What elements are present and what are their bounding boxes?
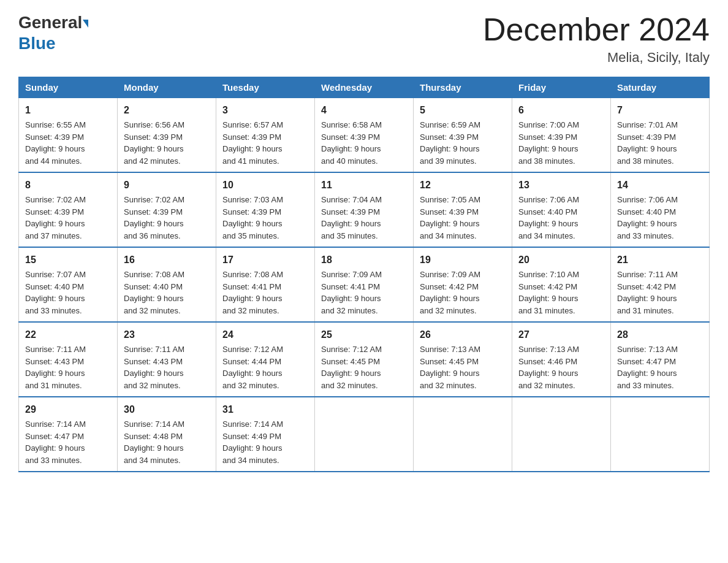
calendar-cell-w1-d2: 2 Sunrise: 6:56 AMSunset: 4:39 PMDayligh… <box>118 98 216 173</box>
day-number: 8 <box>25 178 111 193</box>
day-info: Sunrise: 7:13 AMSunset: 4:45 PMDaylight:… <box>420 345 480 390</box>
calendar-cell-w5-d5 <box>414 397 512 472</box>
day-info: Sunrise: 7:11 AMSunset: 4:43 PMDaylight:… <box>25 345 86 390</box>
day-info: Sunrise: 7:08 AMSunset: 4:41 PMDaylight:… <box>222 270 283 315</box>
day-number: 22 <box>25 327 111 342</box>
day-number: 26 <box>420 327 506 342</box>
calendar-body: 1 Sunrise: 6:55 AMSunset: 4:39 PMDayligh… <box>19 98 710 472</box>
calendar-week-3: 15 Sunrise: 7:07 AMSunset: 4:40 PMDaylig… <box>19 247 710 322</box>
day-info: Sunrise: 6:59 AMSunset: 4:39 PMDaylight:… <box>420 120 480 166</box>
day-info: Sunrise: 6:58 AMSunset: 4:39 PMDaylight:… <box>321 120 382 166</box>
calendar-cell-w1-d6: 6 Sunrise: 7:00 AMSunset: 4:39 PMDayligh… <box>512 98 611 173</box>
day-info: Sunrise: 7:12 AMSunset: 4:45 PMDaylight:… <box>321 345 382 390</box>
day-info: Sunrise: 7:07 AMSunset: 4:40 PMDaylight:… <box>25 270 86 315</box>
day-number: 18 <box>321 253 407 267</box>
day-info: Sunrise: 6:55 AMSunset: 4:39 PMDaylight:… <box>25 120 86 166</box>
calendar-cell-w3-d7: 21 Sunrise: 7:11 AMSunset: 4:42 PMDaylig… <box>611 247 710 322</box>
calendar-cell-w2-d6: 13 Sunrise: 7:06 AMSunset: 4:40 PMDaylig… <box>512 172 611 247</box>
day-number: 31 <box>222 402 308 417</box>
calendar-week-4: 22 Sunrise: 7:11 AMSunset: 4:43 PMDaylig… <box>19 322 710 397</box>
day-info: Sunrise: 7:14 AMSunset: 4:49 PMDaylight:… <box>222 419 283 465</box>
calendar-cell-w2-d3: 10 Sunrise: 7:03 AMSunset: 4:39 PMDaylig… <box>216 172 315 247</box>
day-number: 28 <box>617 327 703 342</box>
day-number: 3 <box>222 103 308 118</box>
calendar-cell-w5-d1: 29 Sunrise: 7:14 AMSunset: 4:47 PMDaylig… <box>19 397 118 472</box>
day-number: 24 <box>222 327 308 342</box>
day-number: 10 <box>222 178 308 193</box>
day-number: 17 <box>222 253 308 267</box>
col-wednesday: Wednesday <box>315 77 414 98</box>
calendar-cell-w4-d5: 26 Sunrise: 7:13 AMSunset: 4:45 PMDaylig… <box>414 322 512 397</box>
day-info: Sunrise: 7:05 AMSunset: 4:39 PMDaylight:… <box>420 195 480 240</box>
day-number: 29 <box>25 402 111 417</box>
day-info: Sunrise: 7:00 AMSunset: 4:39 PMDaylight:… <box>518 120 579 166</box>
day-info: Sunrise: 7:04 AMSunset: 4:39 PMDaylight:… <box>321 195 382 240</box>
calendar-cell-w3-d1: 15 Sunrise: 7:07 AMSunset: 4:40 PMDaylig… <box>19 247 118 322</box>
calendar-cell-w5-d3: 31 Sunrise: 7:14 AMSunset: 4:49 PMDaylig… <box>216 397 315 472</box>
day-info: Sunrise: 7:02 AMSunset: 4:39 PMDaylight:… <box>25 195 86 240</box>
day-info: Sunrise: 7:02 AMSunset: 4:39 PMDaylight:… <box>124 195 184 240</box>
calendar-cell-w4-d1: 22 Sunrise: 7:11 AMSunset: 4:43 PMDaylig… <box>19 322 118 397</box>
day-number: 1 <box>25 103 111 118</box>
day-number: 9 <box>124 178 210 193</box>
calendar-week-2: 8 Sunrise: 7:02 AMSunset: 4:39 PMDayligh… <box>19 172 710 247</box>
day-info: Sunrise: 7:14 AMSunset: 4:47 PMDaylight:… <box>25 419 86 465</box>
calendar-cell-w3-d3: 17 Sunrise: 7:08 AMSunset: 4:41 PMDaylig… <box>216 247 315 322</box>
day-number: 6 <box>518 103 604 118</box>
calendar-cell-w3-d6: 20 Sunrise: 7:10 AMSunset: 4:42 PMDaylig… <box>512 247 611 322</box>
day-number: 20 <box>518 253 604 267</box>
day-number: 5 <box>420 103 506 118</box>
day-number: 12 <box>420 178 506 193</box>
day-info: Sunrise: 7:06 AMSunset: 4:40 PMDaylight:… <box>518 195 579 240</box>
day-info: Sunrise: 7:08 AMSunset: 4:40 PMDaylight:… <box>124 270 184 315</box>
day-info: Sunrise: 7:01 AMSunset: 4:39 PMDaylight:… <box>617 120 678 166</box>
col-sunday: Sunday <box>19 77 118 98</box>
calendar-cell-w4-d3: 24 Sunrise: 7:12 AMSunset: 4:44 PMDaylig… <box>216 322 315 397</box>
day-number: 15 <box>25 253 111 267</box>
day-info: Sunrise: 7:06 AMSunset: 4:40 PMDaylight:… <box>617 195 678 240</box>
calendar-cell-w1-d4: 4 Sunrise: 6:58 AMSunset: 4:39 PMDayligh… <box>315 98 414 173</box>
day-info: Sunrise: 7:03 AMSunset: 4:39 PMDaylight:… <box>222 195 283 240</box>
day-number: 14 <box>617 178 703 193</box>
col-thursday: Thursday <box>414 77 512 98</box>
day-info: Sunrise: 7:10 AMSunset: 4:42 PMDaylight:… <box>518 270 579 315</box>
col-tuesday: Tuesday <box>216 77 315 98</box>
calendar-cell-w5-d6 <box>512 397 611 472</box>
day-number: 21 <box>617 253 703 267</box>
title-block: December 2024 Melia, Sicily, Italy <box>483 12 710 66</box>
page-title: December 2024 <box>483 12 710 47</box>
logo: General Blue <box>18 12 88 53</box>
day-number: 2 <box>124 103 210 118</box>
day-number: 11 <box>321 178 407 193</box>
day-info: Sunrise: 7:11 AMSunset: 4:42 PMDaylight:… <box>617 270 678 315</box>
calendar-cell-w5-d4 <box>315 397 414 472</box>
day-info: Sunrise: 7:14 AMSunset: 4:48 PMDaylight:… <box>124 419 184 465</box>
calendar-cell-w2-d7: 14 Sunrise: 7:06 AMSunset: 4:40 PMDaylig… <box>611 172 710 247</box>
day-number: 23 <box>124 327 210 342</box>
calendar-cell-w1-d7: 7 Sunrise: 7:01 AMSunset: 4:39 PMDayligh… <box>611 98 710 173</box>
calendar-cell-w5-d7 <box>611 397 710 472</box>
calendar-cell-w3-d4: 18 Sunrise: 7:09 AMSunset: 4:41 PMDaylig… <box>315 247 414 322</box>
day-info: Sunrise: 7:13 AMSunset: 4:47 PMDaylight:… <box>617 345 678 390</box>
calendar-cell-w3-d5: 19 Sunrise: 7:09 AMSunset: 4:42 PMDaylig… <box>414 247 512 322</box>
calendar-cell-w3-d2: 16 Sunrise: 7:08 AMSunset: 4:40 PMDaylig… <box>118 247 216 322</box>
day-number: 30 <box>124 402 210 417</box>
calendar-cell-w4-d7: 28 Sunrise: 7:13 AMSunset: 4:47 PMDaylig… <box>611 322 710 397</box>
day-info: Sunrise: 7:09 AMSunset: 4:41 PMDaylight:… <box>321 270 382 315</box>
calendar-cell-w2-d4: 11 Sunrise: 7:04 AMSunset: 4:39 PMDaylig… <box>315 172 414 247</box>
calendar-week-1: 1 Sunrise: 6:55 AMSunset: 4:39 PMDayligh… <box>19 98 710 173</box>
logo-line2: Blue <box>18 33 88 54</box>
day-info: Sunrise: 6:56 AMSunset: 4:39 PMDaylight:… <box>124 120 184 166</box>
calendar-cell-w2-d5: 12 Sunrise: 7:05 AMSunset: 4:39 PMDaylig… <box>414 172 512 247</box>
calendar-cell-w4-d4: 25 Sunrise: 7:12 AMSunset: 4:45 PMDaylig… <box>315 322 414 397</box>
col-saturday: Saturday <box>611 77 710 98</box>
calendar-week-5: 29 Sunrise: 7:14 AMSunset: 4:47 PMDaylig… <box>19 397 710 472</box>
logo-arrow-icon <box>83 20 88 28</box>
calendar-cell-w1-d1: 1 Sunrise: 6:55 AMSunset: 4:39 PMDayligh… <box>19 98 118 173</box>
page-subtitle: Melia, Sicily, Italy <box>483 50 710 66</box>
day-info: Sunrise: 7:13 AMSunset: 4:46 PMDaylight:… <box>518 345 579 390</box>
col-friday: Friday <box>512 77 611 98</box>
calendar-header-row: Sunday Monday Tuesday Wednesday Thursday… <box>19 77 710 98</box>
day-number: 27 <box>518 327 604 342</box>
day-number: 4 <box>321 103 407 118</box>
